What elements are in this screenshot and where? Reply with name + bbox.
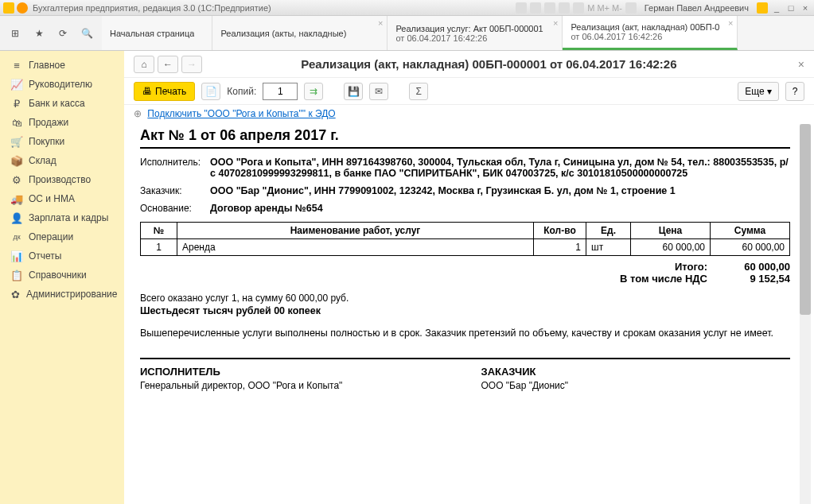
nav-back-button[interactable]: ←	[158, 56, 178, 73]
email-button[interactable]: ✉	[369, 83, 388, 100]
nav-manager[interactable]: 📈Руководителю	[0, 75, 124, 94]
more-button[interactable]: Еще ▾	[738, 82, 779, 101]
minimize-button[interactable]: _	[771, 2, 782, 14]
send-button[interactable]: ⇉	[304, 83, 323, 100]
preview-button[interactable]: 📄	[201, 83, 220, 100]
tab-close-icon[interactable]: ×	[728, 18, 733, 28]
totals: Итого:60 000,00 В том числе НДС9 152,54	[140, 261, 790, 285]
edo-link-row: ⊕ Подключить "ООО "Рога и Копыта"" к ЭДО	[124, 105, 814, 124]
nav-warehouse[interactable]: 📦Склад	[0, 151, 124, 170]
col-sum: Сумма	[711, 223, 790, 239]
nav-sidebar: ≡Главное 📈Руководителю ₽Банк и касса 🛍Пр…	[0, 51, 124, 504]
sig-executor: ИСПОЛНИТЕЛЬ Генеральный директор, ООО "Р…	[140, 366, 450, 391]
tab-close-icon[interactable]: ×	[553, 18, 558, 28]
settings-icon: ✿	[11, 289, 20, 300]
cart-icon: 🛒	[11, 136, 22, 147]
vertical-scrollbar[interactable]	[800, 124, 811, 504]
operations-icon: дк	[11, 231, 22, 242]
printer-icon: 🖶	[142, 86, 152, 97]
box-icon: 📦	[11, 155, 22, 166]
nav-admin[interactable]: ✿Администрирование	[0, 285, 124, 304]
nav-operations[interactable]: дкОперации	[0, 227, 124, 246]
truck-icon: 🚚	[11, 193, 22, 204]
user-avatar-icon[interactable]	[625, 2, 637, 14]
info-icon[interactable]	[757, 2, 768, 14]
nav-assets[interactable]: 🚚ОС и НМА	[0, 189, 124, 208]
toolbar-icon[interactable]	[573, 2, 584, 14]
document-viewport: Акт № 1 от 06 апреля 2017 г. Исполнитель…	[124, 124, 814, 504]
services-table: № Наименование работ, услуг Кол-во Ед. Ц…	[140, 222, 790, 256]
customer-value: ООО "Бар "Дионис", ИНН 7799091002, 12324…	[210, 185, 790, 196]
sum-button[interactable]: Σ	[409, 83, 428, 100]
nav-bank[interactable]: ₽Банк и касса	[0, 94, 124, 113]
nav-production[interactable]: ⚙Производство	[0, 170, 124, 189]
nav-purchases[interactable]: 🛒Покупки	[0, 132, 124, 151]
app-icon	[3, 2, 14, 14]
amount-in-words: Шестьдесят тысяч рублей 00 копеек	[140, 305, 790, 316]
link-icon: ⊕	[134, 108, 142, 119]
nav-salary[interactable]: 👤Зарплата и кадры	[0, 208, 124, 227]
toolbar-icon[interactable]	[544, 2, 555, 14]
edo-link[interactable]: Подключить "ООО "Рога и Копыта"" к ЭДО	[147, 108, 335, 119]
home-button[interactable]: ⌂	[134, 56, 154, 73]
left-tool-strip: ⊞ ★ ⟳ 🔍	[0, 16, 102, 50]
page-close-button[interactable]: ×	[798, 58, 804, 71]
tab-realizations[interactable]: Реализация (акты, накладные) ×	[212, 16, 388, 50]
table-row: 1 Аренда 1 шт 60 000,00 60 000,00	[141, 239, 790, 256]
help-button[interactable]: ?	[785, 82, 804, 101]
window-titlebar: Бухгалтерия предприятия, редакция 3.0 (1…	[0, 0, 814, 16]
m-plus-icons[interactable]: M M+ M-	[587, 3, 622, 13]
document-tabs: ⊞ ★ ⟳ 🔍 Начальная страница Реализация (а…	[0, 16, 814, 51]
copies-label: Копий:	[227, 86, 256, 97]
tab-invoice-active[interactable]: Реализация (акт, накладная) 00БП-000001 …	[563, 16, 738, 50]
tab-act[interactable]: Реализация услуг: Акт 00БП-000001 от 06.…	[388, 16, 563, 50]
disclaimer: Вышеперечисленные услуги выполнены полно…	[140, 328, 790, 339]
col-name: Наименование работ, услуг	[177, 223, 534, 239]
bag-icon: 🛍	[11, 117, 22, 128]
page-header: ⌂ ← → Реализация (акт, накладная) 00БП-0…	[124, 51, 814, 78]
person-icon: 👤	[11, 212, 22, 223]
basis-value: Договор аренды №654	[210, 203, 790, 214]
chart-icon: 📈	[11, 79, 22, 90]
toolbar-icon[interactable]	[516, 2, 527, 14]
app-title: Бухгалтерия предприятия, редакция 3.0 (1…	[33, 3, 271, 13]
list-icon: 📋	[11, 269, 22, 281]
history-icon[interactable]: ⟳	[56, 27, 69, 40]
apps-icon[interactable]: ⊞	[9, 27, 21, 40]
col-num: №	[141, 223, 177, 239]
maximize-button[interactable]: □	[785, 2, 796, 14]
report-icon: 📊	[11, 250, 22, 262]
summary-line: Всего оказано услуг 1, на сумму 60 000,0…	[140, 293, 790, 304]
back-icon[interactable]	[17, 2, 28, 14]
executor-label: Исполнитель:	[140, 157, 210, 179]
toolbar-icon[interactable]	[530, 2, 541, 14]
menu-icon: ≡	[11, 60, 22, 71]
customer-label: Заказчик:	[140, 185, 210, 196]
tab-start-page[interactable]: Начальная страница	[102, 16, 212, 50]
copies-input[interactable]	[263, 83, 298, 100]
star-icon[interactable]: ★	[33, 27, 45, 40]
page-title: Реализация (акт, накладная) 00БП-000001 …	[212, 57, 766, 71]
nav-reports[interactable]: 📊Отчеты	[0, 246, 124, 266]
toolbar-icon[interactable]	[559, 2, 570, 14]
content-area: ⌂ ← → Реализация (акт, накладная) 00БП-0…	[124, 51, 814, 504]
scroll-thumb[interactable]	[800, 124, 811, 315]
current-user: Герман Павел Андреевич	[645, 3, 749, 13]
nav-sales[interactable]: 🛍Продажи	[0, 113, 124, 132]
search-icon[interactable]: 🔍	[80, 27, 93, 40]
print-button[interactable]: 🖶 Печать	[134, 82, 195, 101]
document-body: Акт № 1 от 06 апреля 2017 г. Исполнитель…	[132, 124, 798, 407]
nav-forward-button[interactable]: →	[181, 56, 202, 73]
save-button[interactable]: 💾	[344, 83, 363, 100]
basis-label: Основание:	[140, 203, 210, 214]
tab-close-icon[interactable]: ×	[378, 18, 383, 28]
close-window-button[interactable]: ×	[800, 2, 811, 14]
col-price: Цена	[631, 223, 711, 239]
sig-customer: ЗАКАЗЧИК ООО "Бар "Дионис"	[481, 366, 791, 391]
signatures: ИСПОЛНИТЕЛЬ Генеральный директор, ООО "Р…	[140, 358, 790, 391]
executor-value: ООО "Рога и Копыта", ИНН 897164398760, 3…	[210, 157, 790, 179]
nav-dictionaries[interactable]: 📋Справочники	[0, 266, 124, 285]
col-unit: Ед.	[586, 223, 631, 239]
nav-main[interactable]: ≡Главное	[0, 56, 124, 75]
gear-icon: ⚙	[11, 174, 22, 185]
